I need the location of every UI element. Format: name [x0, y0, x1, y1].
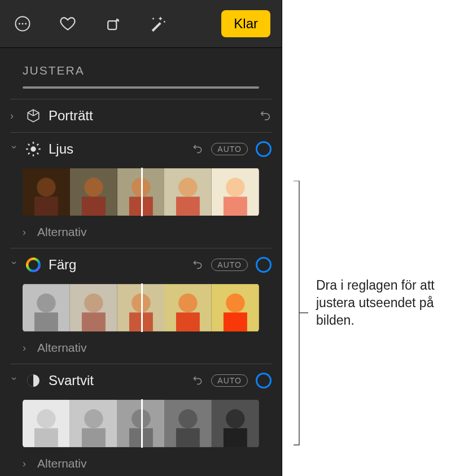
row-label: Färg: [49, 257, 185, 273]
svg-point-56: [179, 409, 198, 429]
svg-point-34: [84, 294, 103, 313]
light-options[interactable]: › Alternativ: [0, 222, 282, 248]
svg-rect-60: [224, 428, 247, 447]
color-options[interactable]: › Alternativ: [0, 338, 282, 364]
row-color[interactable]: › Färg AUTO: [0, 248, 282, 281]
svg-point-2: [22, 23, 24, 25]
svg-point-50: [84, 409, 103, 429]
adjust-panel: Klar JUSTERA › Porträtt › Ljus AUTO: [0, 0, 282, 476]
color-slider[interactable]: [23, 283, 259, 332]
svg-rect-16: [34, 196, 58, 216]
rotate-icon[interactable]: [102, 12, 124, 35]
auto-button[interactable]: AUTO: [211, 143, 248, 155]
chevron-down-icon: ›: [8, 377, 20, 385]
options-label: Alternativ: [37, 341, 87, 355]
svg-point-43: [226, 294, 245, 313]
svg-rect-57: [176, 428, 200, 447]
row-label: Porträtt: [49, 108, 252, 124]
sun-icon: [25, 141, 42, 158]
chevron-down-icon: ›: [8, 145, 20, 153]
cube-icon: [25, 107, 42, 124]
callout-text: Dra i reglagen för att justera utseendet…: [316, 277, 464, 329]
halfmoon-icon: [25, 372, 42, 389]
done-button[interactable]: Klar: [221, 10, 270, 37]
svg-rect-4: [108, 21, 116, 29]
svg-point-18: [84, 178, 103, 197]
svg-rect-19: [82, 196, 106, 216]
svg-rect-32: [34, 312, 58, 331]
color-wheel-icon: [25, 256, 42, 273]
chevron-down-icon: ›: [8, 261, 20, 269]
auto-button[interactable]: AUTO: [211, 374, 248, 387]
svg-line-12: [28, 153, 29, 154]
auto-button[interactable]: AUTO: [211, 259, 248, 271]
section-title: JUSTERA: [0, 48, 282, 86]
chevron-right-icon: ›: [23, 226, 30, 238]
bw-slider[interactable]: [23, 399, 259, 448]
svg-rect-48: [34, 428, 58, 447]
callout-area: Dra i reglagen för att justera utseendet…: [282, 0, 464, 476]
options-label: Alternativ: [37, 225, 87, 239]
bw-options[interactable]: › Alternativ: [0, 453, 282, 474]
svg-point-1: [19, 23, 20, 25]
undo-icon[interactable]: [259, 108, 272, 123]
more-icon[interactable]: [11, 12, 34, 35]
row-light[interactable]: › Ljus AUTO: [0, 133, 282, 165]
svg-rect-25: [176, 196, 200, 216]
svg-point-3: [25, 23, 27, 25]
toggle-ring[interactable]: [256, 141, 272, 157]
toolbar: Klar: [0, 0, 282, 48]
svg-rect-44: [224, 312, 247, 331]
undo-icon[interactable]: [192, 142, 203, 156]
svg-point-24: [179, 178, 198, 197]
svg-line-10: [28, 144, 29, 145]
svg-point-15: [37, 178, 56, 197]
section-underline: [23, 86, 259, 89]
options-label: Alternativ: [37, 457, 87, 470]
svg-point-27: [226, 178, 245, 197]
svg-line-11: [37, 153, 38, 154]
svg-point-29: [27, 259, 40, 271]
undo-icon[interactable]: [192, 374, 203, 387]
row-label: Ljus: [49, 141, 185, 157]
row-label: Svartvit: [49, 373, 185, 388]
svg-point-5: [30, 146, 36, 151]
chevron-right-icon: ›: [10, 110, 18, 122]
svg-point-40: [179, 294, 198, 313]
svg-point-47: [37, 409, 56, 429]
enhance-icon[interactable]: [147, 12, 169, 35]
svg-point-31: [37, 294, 56, 313]
row-portrait[interactable]: › Porträtt: [0, 99, 282, 132]
favorite-icon[interactable]: [56, 12, 79, 35]
svg-point-59: [226, 409, 245, 429]
svg-line-13: [37, 144, 38, 145]
light-slider[interactable]: [23, 168, 259, 216]
svg-rect-35: [82, 312, 106, 331]
svg-rect-41: [176, 312, 200, 331]
toggle-ring[interactable]: [256, 257, 272, 273]
row-bw[interactable]: › Svartvit AUTO: [0, 364, 282, 397]
chevron-right-icon: ›: [23, 342, 30, 354]
undo-icon[interactable]: [192, 258, 203, 272]
svg-rect-28: [224, 196, 247, 216]
callout-bracket: [292, 181, 309, 446]
svg-rect-51: [82, 428, 106, 447]
toggle-ring[interactable]: [256, 373, 272, 388]
chevron-right-icon: ›: [23, 458, 30, 470]
